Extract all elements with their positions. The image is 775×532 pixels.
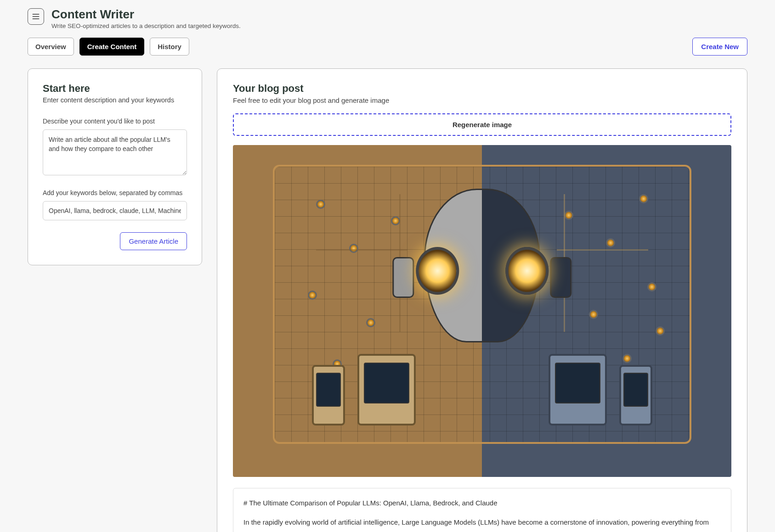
generated-image [233, 145, 731, 477]
keywords-input[interactable] [43, 201, 187, 220]
description-label: Describe your content you'd like to post [43, 118, 187, 125]
article-heading: # The Ultimate Comparison of Popular LLM… [243, 498, 721, 509]
regenerate-image-button[interactable]: Regenerate image [233, 113, 731, 136]
tab-create-content[interactable]: Create Content [79, 38, 145, 56]
description-input[interactable] [43, 129, 187, 175]
page-subtitle: Write SEO-optimized articles to a descri… [51, 22, 241, 29]
tab-history[interactable]: History [150, 38, 189, 56]
keywords-label: Add your keywords below, separated by co… [43, 189, 187, 196]
tab-overview[interactable]: Overview [28, 38, 74, 56]
input-panel-title: Start here [43, 83, 187, 95]
output-panel: Your blog post Feel free to edit your bl… [217, 68, 747, 532]
output-panel-subtitle: Feel free to edit your blog post and gen… [233, 96, 731, 104]
generate-article-button[interactable]: Generate Article [120, 232, 187, 250]
input-panel-subtitle: Enter content description and your keywo… [43, 96, 187, 104]
input-panel: Start here Enter content description and… [28, 68, 202, 265]
page-title: Content Writer [51, 7, 241, 22]
article-editor[interactable]: # The Ultimate Comparison of Popular LLM… [233, 488, 731, 532]
create-new-button[interactable]: Create New [692, 38, 747, 56]
output-panel-title: Your blog post [233, 83, 731, 95]
menu-icon[interactable] [28, 8, 44, 25]
article-body: In the rapidly evolving world of artific… [243, 517, 721, 528]
